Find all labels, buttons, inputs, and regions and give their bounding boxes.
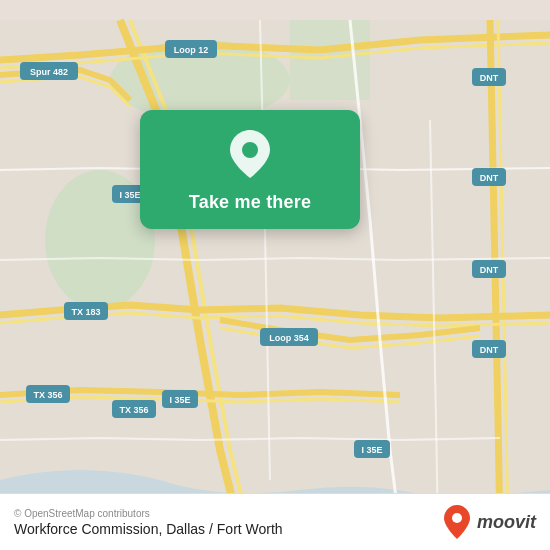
svg-text:I 35E: I 35E — [361, 445, 382, 455]
location-title: Workforce Commission, Dallas / Fort Wort… — [14, 521, 283, 537]
svg-text:DNT: DNT — [480, 173, 499, 183]
map-background: Spur 482 Loop 12 I 35E I 35E TX 183 TX 3… — [0, 0, 550, 550]
svg-text:DNT: DNT — [480, 73, 499, 83]
svg-point-31 — [242, 142, 258, 158]
svg-text:Loop 12: Loop 12 — [174, 45, 209, 55]
svg-point-32 — [452, 513, 462, 523]
copyright-text: © OpenStreetMap contributors — [14, 508, 283, 519]
take-me-there-button[interactable]: Take me there — [189, 192, 311, 213]
svg-text:TX 356: TX 356 — [119, 405, 148, 415]
svg-text:TX 356: TX 356 — [33, 390, 62, 400]
svg-text:I 35E: I 35E — [169, 395, 190, 405]
svg-text:Loop 354: Loop 354 — [269, 333, 309, 343]
bottom-left: © OpenStreetMap contributors Workforce C… — [14, 508, 283, 537]
location-card: Take me there — [140, 110, 360, 229]
location-pin-icon — [228, 128, 272, 180]
svg-text:I 35E: I 35E — [119, 190, 140, 200]
bottom-bar: © OpenStreetMap contributors Workforce C… — [0, 493, 550, 550]
moovit-pin-icon — [443, 504, 471, 540]
svg-text:TX 183: TX 183 — [71, 307, 100, 317]
pin-icon-container — [224, 128, 276, 180]
svg-text:Spur 482: Spur 482 — [30, 67, 68, 77]
moovit-brand-text: moovit — [477, 512, 536, 533]
svg-text:DNT: DNT — [480, 265, 499, 275]
moovit-logo: moovit — [443, 504, 536, 540]
map-container: Spur 482 Loop 12 I 35E I 35E TX 183 TX 3… — [0, 0, 550, 550]
svg-text:DNT: DNT — [480, 345, 499, 355]
